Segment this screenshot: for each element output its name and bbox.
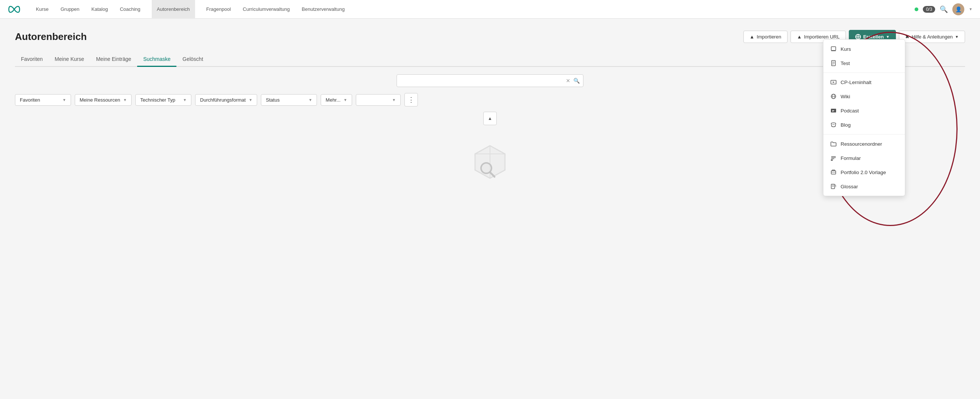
dropdown-kurs-label: Kurs: [841, 46, 851, 52]
filter-meine-ressourcen[interactable]: Meine Ressourcen ▼: [75, 94, 132, 106]
search-icon[interactable]: 🔍: [573, 78, 580, 84]
tab-meine-eintraege[interactable]: Meine Einträge: [90, 52, 137, 67]
hilfe-label: Hilfe & Anleitungen: [912, 34, 953, 40]
blog-icon: [830, 121, 837, 128]
filter-row-1: Favoriten ▼ Meine Ressourcen ▼ Technisch…: [15, 93, 965, 107]
clear-icon[interactable]: ✕: [566, 78, 570, 84]
filter-status-chevron: ▼: [309, 98, 312, 102]
nav-item-autorenbereich[interactable]: Autorenbereich: [152, 0, 195, 19]
upload-url-icon: ▲: [797, 34, 802, 40]
dropdown-item-ressourcenordner[interactable]: Ressourcenordner: [823, 137, 905, 151]
form-icon: [830, 155, 837, 161]
filter-durchfuehrungsformat[interactable]: Durchführungsformat ▼: [195, 94, 257, 106]
wiki-icon: [830, 93, 837, 100]
nav-item-benutzerverwaltung[interactable]: Benutzerverwaltung: [301, 0, 345, 19]
filter-more-chevron: ▼: [344, 98, 347, 102]
filter-status-label: Status: [266, 97, 280, 103]
erstellen-chevron: ▼: [886, 35, 889, 39]
dropdown-glossar-label: Glossar: [841, 184, 858, 189]
search-nav-icon[interactable]: 🔍: [940, 5, 948, 13]
dropdown-divider-1: [823, 73, 905, 73]
dropdown-item-formular[interactable]: Formular: [823, 151, 905, 165]
collapse-button[interactable]: ▲: [483, 112, 497, 125]
search-icons: ✕ 🔍: [566, 78, 580, 84]
dropdown-divider-2: [823, 134, 905, 135]
dropdown-portfolio-label: Portfolio 2.0 Vorlage: [841, 170, 886, 175]
hilfe-button[interactable]: ✖ Hilfe & Anleitungen ▼: [899, 31, 965, 43]
dropdown-form-label: Formular: [841, 156, 861, 161]
filter-extra[interactable]: ▼: [356, 94, 401, 106]
filter-technischer-typ-label: Technischer Typ: [140, 97, 175, 103]
tab-geloescht[interactable]: Gelöscht: [177, 52, 209, 67]
dropdown-wiki-label: Wiki: [841, 94, 850, 99]
tab-meine-kurse[interactable]: Meine Kurse: [49, 52, 90, 67]
folder-icon: [830, 140, 837, 147]
hilfe-chevron: ▼: [955, 35, 959, 39]
erstellen-dropdown: Kurs Test CP-Lerninhalt Wiki Podca: [823, 39, 905, 196]
dropdown-item-test[interactable]: Test: [823, 56, 905, 70]
tab-suchmaske[interactable]: Suchmaske: [137, 52, 177, 67]
tabs: Favoriten Meine Kurse Meine Einträge Suc…: [15, 52, 965, 67]
svg-marker-12: [833, 81, 835, 83]
help-icon: ✖: [905, 34, 909, 40]
navbar: Kurse Gruppen Katalog Coaching Autorenbe…: [0, 0, 980, 19]
avatar-chevron[interactable]: ▼: [969, 7, 972, 11]
portfolio-icon: [830, 169, 837, 176]
podcast-icon: [830, 107, 837, 114]
dropdown-item-podcast[interactable]: Podcast: [823, 103, 905, 118]
filter-more[interactable]: Mehr... ▼: [321, 94, 352, 106]
filter-durchfuehrungsformat-label: Durchführungsformat: [200, 97, 245, 103]
dropdown-cp-label: CP-Lerninhalt: [841, 79, 872, 85]
page-title: Autorenbereich: [15, 31, 87, 43]
filter-meine-ressourcen-chevron: ▼: [123, 98, 127, 102]
upload-icon: ▲: [750, 34, 755, 40]
empty-state: [15, 140, 965, 185]
svg-rect-5: [831, 47, 836, 51]
dropdown-item-wiki[interactable]: Wiki: [823, 89, 905, 103]
header-row: Autorenbereich ▲ Importieren ▲ Importier…: [15, 30, 965, 43]
dropdown-blog-label: Blog: [841, 122, 851, 128]
collapse-row: ▲: [15, 112, 965, 125]
cp-icon: [830, 79, 837, 86]
nav-item-gruppen[interactable]: Gruppen: [60, 0, 80, 19]
avatar[interactable]: 👤: [952, 3, 964, 15]
filter-favoriten-chevron: ▼: [62, 98, 66, 102]
svg-rect-22: [831, 159, 833, 161]
nav-item-curriculumverwaltung[interactable]: Curriculumverwaltung: [242, 0, 291, 19]
erstellen-label: Erstellen: [863, 34, 884, 40]
filter-favoriten[interactable]: Favoriten ▼: [15, 94, 71, 106]
dropdown-item-glossar[interactable]: Glossar: [823, 179, 905, 194]
search-bar-row: ✕ 🔍: [15, 74, 965, 87]
filter-favoriten-label: Favoriten: [20, 97, 40, 103]
filter-durchfuehrungsformat-chevron: ▼: [248, 98, 252, 102]
empty-cube-icon: [468, 140, 512, 185]
filter-meine-ressourcen-label: Meine Ressourcen: [80, 97, 120, 103]
importieren-button[interactable]: ▲ Importieren: [743, 31, 788, 43]
kurs-icon: [830, 46, 837, 52]
filter-more-label: Mehr...: [326, 97, 340, 103]
search-input[interactable]: [396, 74, 584, 87]
dropdown-test-label: Test: [841, 60, 850, 66]
importieren-label: Importieren: [756, 34, 781, 40]
dropdown-item-kurs[interactable]: Kurs: [823, 42, 905, 56]
glossar-icon: [830, 183, 837, 190]
nav-item-katalog[interactable]: Katalog: [91, 0, 109, 19]
dropdown-item-blog[interactable]: Blog: [823, 118, 905, 132]
nav-item-coaching[interactable]: Coaching: [119, 0, 141, 19]
importieren-url-label: Importieren URL: [804, 34, 840, 40]
dropdown-item-cp-lerninhalt[interactable]: CP-Lerninhalt: [823, 75, 905, 89]
nav-item-fragenpool[interactable]: Fragenpool: [205, 0, 232, 19]
navbar-right: 0/3 🔍 👤 ▼: [915, 3, 972, 15]
search-wrapper: ✕ 🔍: [396, 74, 584, 87]
status-dot: [915, 8, 918, 11]
logo[interactable]: [8, 3, 21, 16]
filter-extra-chevron: ▼: [392, 98, 396, 102]
filter-technischer-typ-chevron: ▼: [183, 98, 186, 102]
nav-item-kurse[interactable]: Kurse: [35, 0, 49, 19]
tab-favoriten[interactable]: Favoriten: [15, 52, 49, 67]
dropdown-item-portfolio[interactable]: Portfolio 2.0 Vorlage: [823, 165, 905, 179]
filter-status[interactable]: Status ▼: [261, 94, 317, 106]
filter-options-button[interactable]: ⋮: [404, 93, 418, 107]
test-icon: [830, 60, 837, 67]
filter-technischer-typ[interactable]: Technischer Typ ▼: [135, 94, 191, 106]
